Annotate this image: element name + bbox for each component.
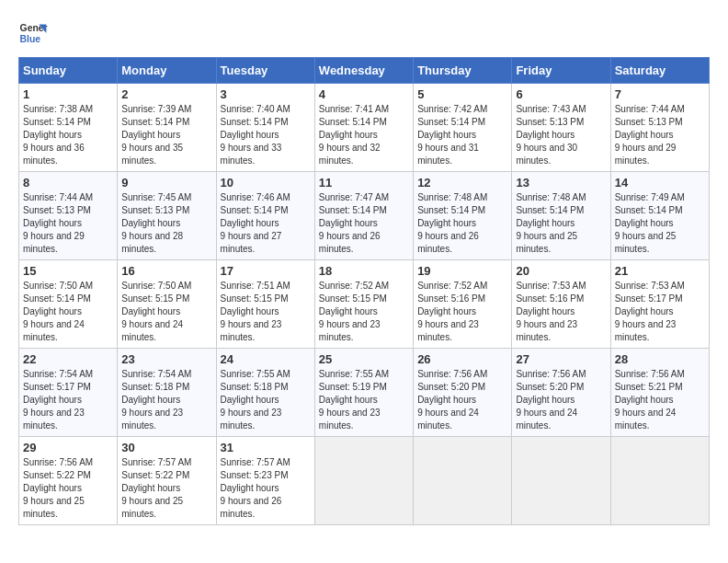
- weekday-header-wednesday: Wednesday: [314, 58, 413, 84]
- cell-info: Sunrise: 7:52 AMSunset: 5:15 PMDaylight …: [319, 281, 389, 342]
- day-number: 17: [221, 264, 311, 278]
- calendar-cell: 15Sunrise: 7:50 AMSunset: 5:14 PMDayligh…: [19, 260, 118, 349]
- calendar-cell: 11Sunrise: 7:47 AMSunset: 5:14 PMDayligh…: [314, 172, 413, 260]
- calendar-cell: 31Sunrise: 7:57 AMSunset: 5:23 PMDayligh…: [216, 437, 314, 525]
- day-number: 13: [516, 176, 606, 190]
- calendar-cell: 6Sunrise: 7:43 AMSunset: 5:13 PMDaylight…: [512, 84, 610, 172]
- calendar-cell: 25Sunrise: 7:55 AMSunset: 5:19 PMDayligh…: [314, 349, 413, 437]
- cell-info: Sunrise: 7:51 AMSunset: 5:15 PMDaylight …: [221, 281, 290, 342]
- weekday-header-saturday: Saturday: [610, 58, 709, 84]
- calendar-cell: 2Sunrise: 7:39 AMSunset: 5:14 PMDaylight…: [118, 84, 216, 172]
- calendar-table: SundayMondayTuesdayWednesdayThursdayFrid…: [18, 57, 710, 525]
- logo: General Blue: [18, 18, 48, 48]
- calendar-cell: [414, 437, 512, 525]
- cell-info: Sunrise: 7:57 AMSunset: 5:22 PMDaylight …: [121, 457, 191, 519]
- day-number: 21: [615, 264, 705, 278]
- day-number: 25: [319, 352, 409, 366]
- weekday-header-thursday: Thursday: [414, 58, 512, 84]
- weekday-header-tuesday: Tuesday: [216, 58, 314, 84]
- day-number: 12: [417, 176, 507, 190]
- weekday-header-row: SundayMondayTuesdayWednesdayThursdayFrid…: [19, 58, 710, 84]
- cell-info: Sunrise: 7:50 AMSunset: 5:15 PMDaylight …: [121, 281, 191, 342]
- calendar-cell: 4Sunrise: 7:41 AMSunset: 5:14 PMDaylight…: [314, 84, 413, 172]
- cell-info: Sunrise: 7:53 AMSunset: 5:17 PMDaylight …: [615, 281, 685, 342]
- calendar-cell: 26Sunrise: 7:56 AMSunset: 5:20 PMDayligh…: [414, 349, 512, 437]
- cell-info: Sunrise: 7:42 AMSunset: 5:14 PMDaylight …: [417, 104, 487, 166]
- calendar-cell: 20Sunrise: 7:53 AMSunset: 5:16 PMDayligh…: [512, 260, 610, 349]
- day-number: 14: [615, 176, 705, 190]
- day-number: 22: [23, 352, 113, 366]
- cell-info: Sunrise: 7:44 AMSunset: 5:13 PMDaylight …: [23, 192, 93, 254]
- day-number: 2: [121, 87, 211, 101]
- day-number: 6: [516, 87, 606, 101]
- day-number: 31: [221, 441, 311, 454]
- cell-info: Sunrise: 7:48 AMSunset: 5:14 PMDaylight …: [417, 192, 487, 254]
- day-number: 7: [615, 87, 705, 101]
- calendar-cell: 16Sunrise: 7:50 AMSunset: 5:15 PMDayligh…: [118, 260, 216, 349]
- calendar-week-row: 15Sunrise: 7:50 AMSunset: 5:14 PMDayligh…: [19, 260, 710, 349]
- day-number: 9: [121, 176, 211, 190]
- calendar-cell: 23Sunrise: 7:54 AMSunset: 5:18 PMDayligh…: [118, 349, 216, 437]
- cell-info: Sunrise: 7:48 AMSunset: 5:14 PMDaylight …: [516, 192, 586, 254]
- cell-info: Sunrise: 7:56 AMSunset: 5:20 PMDaylight …: [516, 369, 586, 431]
- logo-icon: General Blue: [18, 18, 48, 48]
- day-number: 26: [417, 352, 507, 366]
- day-number: 5: [417, 87, 507, 101]
- day-number: 19: [417, 264, 507, 278]
- day-number: 10: [221, 176, 311, 190]
- page-header: General Blue: [18, 18, 710, 48]
- weekday-header-monday: Monday: [118, 58, 216, 84]
- calendar-cell: 29Sunrise: 7:56 AMSunset: 5:22 PMDayligh…: [19, 437, 118, 525]
- cell-info: Sunrise: 7:57 AMSunset: 5:23 PMDaylight …: [221, 457, 290, 519]
- calendar-cell: [610, 437, 709, 525]
- calendar-cell: 5Sunrise: 7:42 AMSunset: 5:14 PMDaylight…: [414, 84, 512, 172]
- cell-info: Sunrise: 7:38 AMSunset: 5:14 PMDaylight …: [23, 104, 93, 166]
- calendar-cell: 9Sunrise: 7:45 AMSunset: 5:13 PMDaylight…: [118, 172, 216, 260]
- cell-info: Sunrise: 7:40 AMSunset: 5:14 PMDaylight …: [221, 104, 290, 166]
- cell-info: Sunrise: 7:43 AMSunset: 5:13 PMDaylight …: [516, 104, 586, 166]
- cell-info: Sunrise: 7:44 AMSunset: 5:13 PMDaylight …: [615, 104, 685, 166]
- cell-info: Sunrise: 7:56 AMSunset: 5:21 PMDaylight …: [615, 369, 685, 431]
- day-number: 20: [516, 264, 606, 278]
- cell-info: Sunrise: 7:41 AMSunset: 5:14 PMDaylight …: [319, 104, 389, 166]
- day-number: 18: [319, 264, 409, 278]
- cell-info: Sunrise: 7:56 AMSunset: 5:20 PMDaylight …: [417, 369, 487, 431]
- calendar-week-row: 29Sunrise: 7:56 AMSunset: 5:22 PMDayligh…: [19, 437, 710, 525]
- cell-info: Sunrise: 7:49 AMSunset: 5:14 PMDaylight …: [615, 192, 685, 254]
- day-number: 4: [319, 87, 409, 101]
- day-number: 3: [221, 87, 311, 101]
- day-number: 16: [121, 264, 211, 278]
- calendar-cell: 18Sunrise: 7:52 AMSunset: 5:15 PMDayligh…: [314, 260, 413, 349]
- calendar-cell: 24Sunrise: 7:55 AMSunset: 5:18 PMDayligh…: [216, 349, 314, 437]
- day-number: 8: [23, 176, 113, 190]
- cell-info: Sunrise: 7:50 AMSunset: 5:14 PMDaylight …: [23, 281, 93, 342]
- calendar-cell: 28Sunrise: 7:56 AMSunset: 5:21 PMDayligh…: [610, 349, 709, 437]
- day-number: 29: [23, 441, 113, 454]
- calendar-week-row: 8Sunrise: 7:44 AMSunset: 5:13 PMDaylight…: [19, 172, 710, 260]
- cell-info: Sunrise: 7:56 AMSunset: 5:22 PMDaylight …: [23, 457, 93, 519]
- calendar-cell: 21Sunrise: 7:53 AMSunset: 5:17 PMDayligh…: [610, 260, 709, 349]
- svg-text:Blue: Blue: [20, 34, 41, 44]
- cell-info: Sunrise: 7:54 AMSunset: 5:17 PMDaylight …: [23, 369, 93, 431]
- cell-info: Sunrise: 7:53 AMSunset: 5:16 PMDaylight …: [516, 281, 586, 342]
- day-number: 28: [615, 352, 705, 366]
- cell-info: Sunrise: 7:54 AMSunset: 5:18 PMDaylight …: [121, 369, 191, 431]
- calendar-week-row: 22Sunrise: 7:54 AMSunset: 5:17 PMDayligh…: [19, 349, 710, 437]
- cell-info: Sunrise: 7:52 AMSunset: 5:16 PMDaylight …: [417, 281, 487, 342]
- calendar-cell: 12Sunrise: 7:48 AMSunset: 5:14 PMDayligh…: [414, 172, 512, 260]
- cell-info: Sunrise: 7:55 AMSunset: 5:19 PMDaylight …: [319, 369, 389, 431]
- calendar-cell: [512, 437, 610, 525]
- calendar-cell: 22Sunrise: 7:54 AMSunset: 5:17 PMDayligh…: [19, 349, 118, 437]
- weekday-header-friday: Friday: [512, 58, 610, 84]
- day-number: 27: [516, 352, 606, 366]
- cell-info: Sunrise: 7:47 AMSunset: 5:14 PMDaylight …: [319, 192, 389, 254]
- calendar-cell: 27Sunrise: 7:56 AMSunset: 5:20 PMDayligh…: [512, 349, 610, 437]
- calendar-cell: 14Sunrise: 7:49 AMSunset: 5:14 PMDayligh…: [610, 172, 709, 260]
- calendar-week-row: 1Sunrise: 7:38 AMSunset: 5:14 PMDaylight…: [19, 84, 710, 172]
- day-number: 24: [221, 352, 311, 366]
- day-number: 15: [23, 264, 113, 278]
- calendar-cell: [314, 437, 413, 525]
- calendar-cell: 13Sunrise: 7:48 AMSunset: 5:14 PMDayligh…: [512, 172, 610, 260]
- calendar-cell: 3Sunrise: 7:40 AMSunset: 5:14 PMDaylight…: [216, 84, 314, 172]
- calendar-cell: 8Sunrise: 7:44 AMSunset: 5:13 PMDaylight…: [19, 172, 118, 260]
